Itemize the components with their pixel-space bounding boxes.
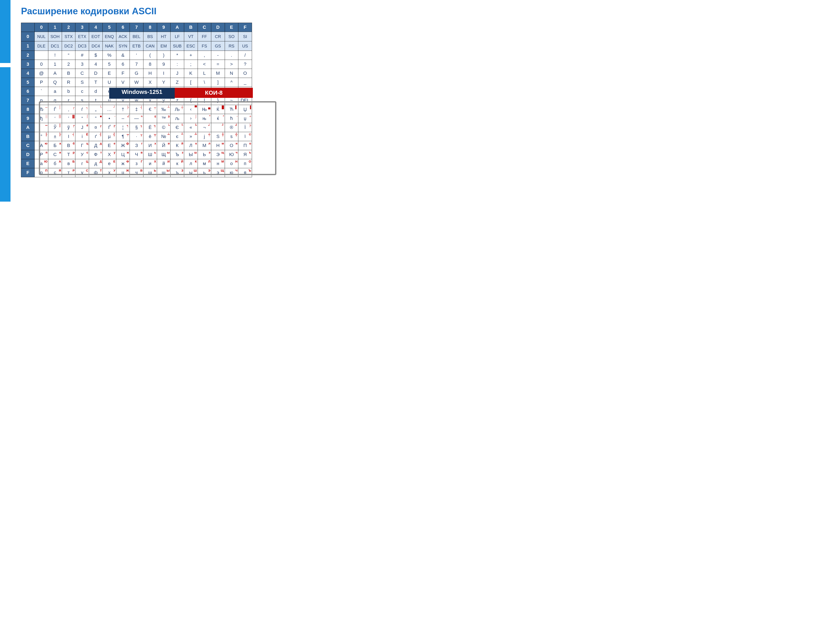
cell: Их: [143, 141, 157, 150]
cell: *: [171, 51, 184, 60]
cell: DC4: [89, 41, 103, 51]
cell: ¶╤: [116, 132, 130, 141]
cell: Ќ█: [211, 105, 225, 114]
cell: ѓ┐: [76, 105, 89, 114]
cell: Z: [171, 78, 184, 87]
col-header: 0: [35, 23, 48, 32]
cell: M: [211, 69, 225, 78]
cell: 0: [35, 60, 48, 69]
cell: k: [184, 87, 197, 96]
row-header: 7: [21, 96, 35, 105]
row-header: 6: [21, 87, 35, 96]
cell: І╡: [62, 132, 76, 141]
cell: Ћ▌: [225, 105, 238, 114]
cell: }: [211, 96, 225, 105]
cell: €┬: [143, 105, 157, 114]
cell: Зг: [130, 141, 144, 150]
cell: њ°: [197, 114, 211, 123]
cell: H: [143, 69, 157, 78]
cell: ^: [225, 78, 238, 87]
row-header: E: [21, 159, 35, 168]
col-header: 8: [143, 23, 157, 32]
cell: LF: [171, 32, 184, 41]
slide-title: Расширение кодировки ASCII: [21, 6, 829, 16]
cell: Шь: [143, 150, 157, 159]
cell: u: [103, 96, 116, 105]
cell: гЦ: [76, 159, 89, 168]
cell: хУ: [103, 168, 116, 177]
cell: Он: [225, 141, 238, 150]
corner-cell: [21, 23, 35, 32]
cell: уС: [76, 168, 89, 177]
cell: ENQ: [103, 32, 116, 41]
cell: Вб: [62, 141, 76, 150]
cell: Аю: [35, 141, 48, 150]
cell: ~: [225, 96, 238, 105]
cell: .: [225, 51, 238, 60]
cell: ¦╕: [116, 123, 130, 132]
cell: Ъз: [171, 150, 184, 159]
cell: 5: [103, 60, 116, 69]
cell: O: [238, 69, 252, 78]
cell: x: [143, 96, 157, 105]
cell: Џ▐: [238, 105, 252, 114]
cell: є╨: [171, 132, 184, 141]
cell: тР: [62, 168, 76, 177]
cell: L: [197, 69, 211, 78]
row-header: D: [21, 150, 35, 159]
row-header: B: [21, 132, 35, 141]
cell: E: [103, 69, 116, 78]
cell: Кй: [171, 141, 184, 150]
cell: J: [171, 69, 184, 78]
cell: FS: [197, 41, 211, 51]
col-header: 4: [89, 23, 103, 32]
cell: 7: [130, 60, 144, 69]
col-header: B: [184, 23, 197, 32]
row-header: 8: [21, 105, 35, 114]
cell: _: [238, 78, 252, 87]
cell: ›⌡: [184, 114, 197, 123]
cell: Ус: [76, 150, 89, 159]
cell: Ё╗: [143, 123, 157, 132]
cell: Љ┼: [171, 105, 184, 114]
cell: z: [171, 96, 184, 105]
cell: STX: [62, 32, 76, 41]
col-header: E: [225, 23, 238, 32]
cell: V: [116, 78, 130, 87]
cell: °╟: [35, 132, 48, 141]
cell: ’▓: [62, 114, 76, 123]
row-header: F: [21, 168, 35, 177]
cell: Юч: [225, 150, 238, 159]
cell: P: [35, 78, 48, 87]
cell: Јё: [76, 123, 89, 132]
cell: бА: [48, 159, 62, 168]
cell: еЕ: [103, 159, 116, 168]
col-header: C: [197, 23, 211, 32]
cell: нМ: [211, 159, 225, 168]
cell: d: [89, 87, 103, 96]
cell: эЩ: [211, 168, 225, 177]
cell: Ў║: [48, 123, 62, 132]
cell: Y: [157, 78, 171, 87]
cell: DC2: [62, 41, 76, 51]
cell: v: [116, 96, 130, 105]
cell: DC1: [48, 41, 62, 51]
cell: цЖ: [116, 168, 130, 177]
cell: NUL: [35, 32, 48, 41]
cell: «╚: [184, 123, 197, 132]
cell: ё╦: [143, 132, 157, 141]
cell: ═: [35, 123, 48, 132]
cell: иХ: [143, 159, 157, 168]
col-header: D: [211, 23, 225, 32]
row-header: 1: [21, 41, 35, 51]
cell: ¤╓: [89, 123, 103, 132]
cell: сЯ: [48, 168, 62, 177]
cell: W: [130, 78, 144, 87]
cell: VT: [184, 32, 197, 41]
slide-accent-bar: [0, 0, 11, 202]
cell: {: [184, 96, 197, 105]
cell: `: [35, 87, 48, 96]
cell: t: [89, 96, 103, 105]
cell: n: [225, 87, 238, 96]
cell: [: [184, 78, 197, 87]
